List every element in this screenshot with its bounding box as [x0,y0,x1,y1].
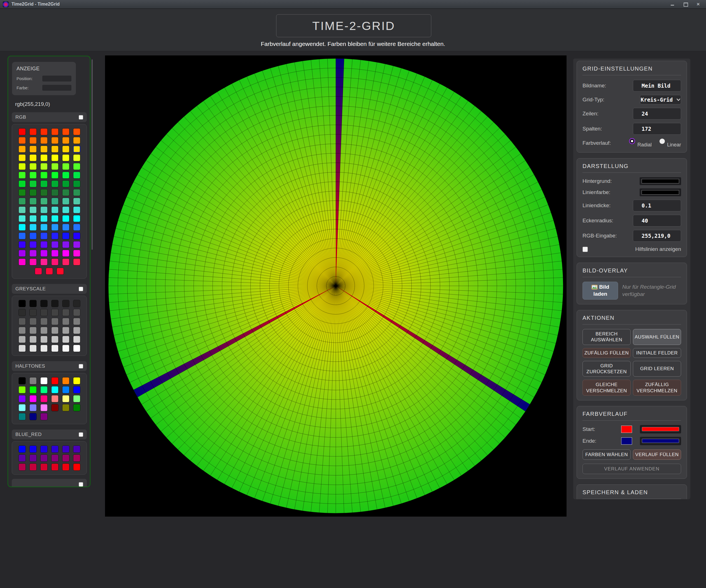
spalten-input[interactable]: 172 [633,123,681,135]
maximize-icon[interactable] [683,2,688,6]
color-swatch[interactable] [40,137,48,144]
color-swatch[interactable] [51,309,58,316]
auswahl-fuellen-button[interactable]: AUSWAHL FÜLLEN [633,329,681,345]
color-swatch[interactable] [73,241,80,248]
color-swatch[interactable] [18,463,26,471]
color-swatch[interactable] [51,259,58,266]
color-swatch[interactable] [62,455,70,462]
color-swatch[interactable] [51,146,58,153]
color-swatch[interactable] [40,154,48,161]
color-swatch[interactable] [62,198,70,205]
color-swatch[interactable] [18,241,26,248]
color-swatch[interactable] [62,336,70,343]
color-swatch[interactable] [62,404,70,411]
color-swatch[interactable] [51,241,58,248]
zufaellig-fuellen-button[interactable]: ZUFÄLLIG FÜLLEN [583,348,631,358]
color-swatch[interactable] [29,215,37,222]
color-swatch[interactable] [62,395,70,402]
color-swatch[interactable] [40,455,48,462]
hilfslinien-checkbox[interactable] [583,247,588,252]
color-swatch[interactable] [62,128,70,135]
color-swatch[interactable] [29,309,37,316]
color-swatch[interactable] [40,445,48,453]
color-swatch[interactable] [18,386,26,393]
color-swatch[interactable] [29,137,37,144]
color-swatch[interactable] [62,163,70,170]
color-swatch[interactable] [62,189,70,196]
color-swatch[interactable] [40,180,48,187]
color-swatch[interactable] [40,224,48,231]
circle-grid-canvas[interactable] [105,55,566,517]
color-swatch[interactable] [73,154,80,161]
color-swatch[interactable] [51,189,58,196]
color-swatch[interactable] [73,163,80,170]
color-swatch[interactable] [73,128,80,135]
color-swatch[interactable] [62,259,70,266]
initiale-felder-button[interactable]: INITIALE FELDER [633,348,681,358]
color-swatch[interactable] [40,206,48,213]
color-swatch[interactable] [51,345,58,352]
color-swatch[interactable] [51,395,58,402]
palette-checkbox-rgb[interactable] [79,115,83,120]
color-swatch[interactable] [40,309,48,316]
grid-zuruecksetzen-button[interactable]: GRID ZURÜCKSETZEN [583,361,631,377]
color-swatch[interactable] [18,318,26,325]
color-swatch[interactable] [29,250,37,257]
bildname-input[interactable]: Mein Bild [633,80,681,91]
color-swatch[interactable] [35,268,42,275]
color-swatch[interactable] [40,163,48,170]
color-swatch[interactable] [51,198,58,205]
color-swatch[interactable] [29,377,37,385]
color-swatch[interactable] [73,318,80,325]
color-swatch[interactable] [40,198,48,205]
color-swatch[interactable] [73,404,80,411]
color-swatch[interactable] [73,336,80,343]
color-swatch[interactable] [29,300,37,307]
color-swatch[interactable] [73,445,80,453]
color-swatch[interactable] [18,300,26,307]
palette-header-blue-red[interactable]: BLUE_RED [12,430,87,439]
color-swatch[interactable] [73,224,80,231]
close-icon[interactable]: × [696,2,700,6]
color-swatch[interactable] [40,463,48,471]
palette-checkbox-greyscale[interactable] [79,287,83,291]
gridtyp-select[interactable]: Kreis-Grid [640,95,681,105]
color-swatch[interactable] [51,224,58,231]
color-swatch[interactable] [73,300,80,307]
color-swatch[interactable] [29,198,37,205]
color-swatch[interactable] [62,386,70,393]
color-swatch[interactable] [62,215,70,222]
palette-header-greyscale[interactable]: GREYSCALE [12,284,87,294]
color-swatch[interactable] [62,300,70,307]
color-swatch[interactable] [40,386,48,393]
sidebar-scrollbar[interactable] [91,60,93,250]
color-swatch[interactable] [18,455,26,462]
color-swatch[interactable] [51,386,58,393]
color-swatch[interactable] [51,377,58,385]
color-swatch[interactable] [18,215,26,222]
color-swatch[interactable] [18,198,26,205]
color-swatch[interactable] [51,327,58,334]
color-swatch[interactable] [29,318,37,325]
color-swatch[interactable] [62,463,70,471]
color-swatch[interactable] [62,377,70,385]
color-swatch[interactable] [18,413,26,420]
color-swatch[interactable] [51,232,58,239]
bereich-auswaehlen-button[interactable]: BEREICH AUSWÄHLEN [583,329,631,345]
color-swatch[interactable] [62,224,70,231]
zufaellig-verschmelzen-button[interactable]: ZUFÄLLIG VERSCHMELZEN [633,380,681,396]
color-swatch[interactable] [29,455,37,462]
color-swatch[interactable] [73,189,80,196]
color-swatch[interactable] [29,463,37,471]
color-swatch[interactable] [40,327,48,334]
color-swatch[interactable] [62,345,70,352]
color-swatch[interactable] [62,327,70,334]
color-swatch[interactable] [29,413,37,420]
color-swatch[interactable] [51,318,58,325]
color-swatch[interactable] [29,154,37,161]
color-swatch[interactable] [51,336,58,343]
color-swatch[interactable] [29,404,37,411]
color-swatch[interactable] [62,137,70,144]
color-swatch[interactable] [29,172,37,179]
color-swatch[interactable] [29,259,37,266]
